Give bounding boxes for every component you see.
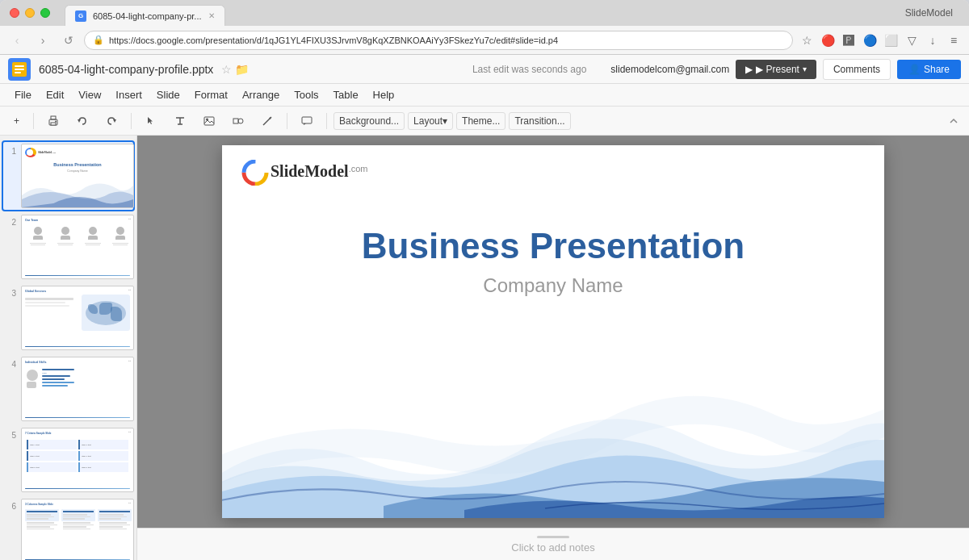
undo-button[interactable] (69, 111, 95, 132)
svg-rect-1 (15, 65, 24, 67)
tab-favicon: G (75, 10, 86, 22)
toolbar-separator-1 (33, 113, 34, 129)
menu-view[interactable]: View (72, 86, 107, 103)
share-button[interactable]: 👤 Share (897, 60, 961, 79)
shape-icon (233, 115, 244, 127)
extension-icon7[interactable]: ≡ (945, 31, 963, 49)
slide-item-5[interactable]: 5 7 Criteria Sample Slide ●● Item 1 text… (3, 426, 133, 494)
slide-number-5: 5 (5, 431, 16, 492)
svg-point-13 (238, 119, 243, 123)
nav-right-icons: ☆ 🔴 🅿 🔵 ⬜ ▽ ↓ ≡ (798, 31, 963, 49)
slide-canvas-area[interactable]: SlideModel.com Business Presentation Com… (137, 136, 969, 528)
extension-icon1[interactable]: 🔴 (819, 31, 837, 49)
menu-help[interactable]: Help (367, 86, 401, 103)
extension-icon4[interactable]: ⬜ (882, 31, 900, 49)
line-tool[interactable] (254, 111, 280, 132)
comment-box-icon (301, 115, 313, 127)
notes-placeholder[interactable]: Click to add notes (511, 541, 594, 554)
slide-item-6[interactable]: 6 3 Columns Sample Slide ●● (3, 497, 133, 560)
menu-file[interactable]: File (8, 86, 38, 103)
undo-icon (77, 115, 88, 127)
svg-rect-16 (302, 117, 312, 123)
background-button[interactable]: Background... (333, 112, 405, 130)
toolbar-collapse-button[interactable] (945, 112, 963, 130)
slide-thumb-6: 3 Columns Sample Slide ●● (21, 499, 134, 560)
traffic-lights (10, 8, 50, 18)
star-icon[interactable]: ☆ (221, 63, 232, 76)
app-topbar: 6085-04-light-company-profile.pptx ☆ 📁 L… (0, 55, 969, 84)
comments-button[interactable]: Comments (823, 59, 891, 80)
google-slides-icon (12, 62, 27, 77)
tab-bar: G 6085-04-light-company-pr... ✕ (65, 5, 225, 26)
present-play-icon: ▶ (745, 64, 753, 75)
menu-table[interactable]: Table (327, 86, 365, 103)
image-tool[interactable] (196, 111, 222, 132)
slide-item-4[interactable]: 4 Individual Skills ●● Skills (3, 355, 133, 423)
present-button[interactable]: ▶ ▶ Present ▾ (736, 60, 816, 79)
notes-area[interactable]: Click to add notes (137, 528, 969, 560)
extension-icon3[interactable]: 🔵 (861, 31, 879, 49)
menu-edit[interactable]: Edit (40, 86, 70, 103)
svg-marker-9 (113, 119, 116, 123)
toolbar: + (0, 107, 969, 136)
slide-item-3[interactable]: 3 Global Services ●● (3, 284, 133, 352)
menu-insert[interactable]: Insert (109, 86, 149, 103)
toolbar-separator-2 (131, 113, 132, 129)
svg-point-20 (248, 165, 262, 180)
app-area: 6085-04-light-company-profile.pptx ☆ 📁 L… (0, 55, 969, 560)
slide-canvas: SlideModel.com Business Presentation Com… (222, 145, 884, 518)
menu-slide[interactable]: Slide (150, 86, 187, 103)
zoom-add-button[interactable]: + (6, 111, 27, 132)
line-icon (262, 115, 273, 127)
slide-number-4: 4 (5, 360, 16, 421)
slide-number-6: 6 (5, 502, 16, 560)
slide-subtitle: Company Name (222, 274, 884, 297)
extension-icon6[interactable]: ↓ (924, 31, 942, 49)
forward-button[interactable]: › (32, 30, 53, 51)
slide-thumb-1: SlideModel.com Business Presentation Com… (21, 144, 134, 208)
text-icon (174, 115, 186, 127)
notes-drag-handle[interactable] (537, 536, 569, 538)
main-content: 1 SlideModel.com Business Presentation C… (0, 136, 969, 560)
bookmark-icon[interactable]: ☆ (798, 31, 816, 49)
browser-app-label: SlideModel (905, 7, 953, 19)
comment-box-tool[interactable] (294, 111, 320, 132)
select-tool[interactable] (138, 111, 164, 132)
url-text: https://docs.google.com/presentation/d/1… (109, 36, 558, 45)
extension-icon5[interactable]: ▽ (903, 31, 921, 49)
folder-icon[interactable]: 📁 (235, 63, 249, 76)
file-title: 6085-04-light-company-profile.pptx (39, 63, 213, 76)
redo-button[interactable] (99, 111, 124, 132)
text-tool[interactable] (167, 111, 193, 132)
top-right-actions: slidemodelcom@gmail.com ▶ ▶ Present ▾ Co… (610, 59, 961, 80)
shape-tool[interactable] (225, 111, 251, 132)
menu-arrange[interactable]: Arrange (236, 86, 286, 103)
extension-icon2[interactable]: 🅿 (840, 31, 858, 49)
present-dropdown-icon[interactable]: ▾ (803, 65, 807, 73)
slide-thumb-4: Individual Skills ●● Skills (21, 357, 134, 421)
slides-panel: 1 SlideModel.com Business Presentation C… (0, 136, 137, 560)
refresh-button[interactable]: ↺ (58, 30, 79, 51)
menu-tools[interactable]: Tools (287, 86, 325, 103)
close-button[interactable] (10, 8, 19, 18)
menu-format[interactable]: Format (188, 86, 234, 103)
slide-number-3: 3 (5, 289, 16, 350)
transition-button[interactable]: Transition... (509, 112, 570, 130)
slide-number-2: 2 (5, 218, 16, 279)
svg-rect-12 (233, 119, 238, 123)
browser-tab[interactable]: G 6085-04-light-company-pr... ✕ (65, 5, 225, 26)
toolbar-separator-3 (287, 113, 287, 129)
address-bar[interactable]: 🔒 https://docs.google.com/presentation/d… (84, 31, 793, 50)
slide-item-1[interactable]: 1 SlideModel.com Business Presentation C… (3, 142, 133, 210)
minimize-button[interactable] (25, 8, 35, 18)
user-email[interactable]: slidemodelcom@gmail.com (610, 64, 729, 75)
tab-close-button[interactable]: ✕ (208, 11, 215, 20)
layout-button[interactable]: Layout▾ (408, 112, 453, 130)
slide-thumb-2: Our Team ●● (21, 215, 134, 279)
slide-item-2[interactable]: 2 Our Team ●● (3, 213, 133, 281)
title-bar: G 6085-04-light-company-pr... ✕ SlideMod… (0, 0, 969, 26)
maximize-button[interactable] (40, 8, 50, 18)
back-button[interactable]: ‹ (6, 30, 27, 51)
theme-button[interactable]: Theme... (456, 112, 505, 130)
print-button[interactable] (40, 111, 66, 132)
